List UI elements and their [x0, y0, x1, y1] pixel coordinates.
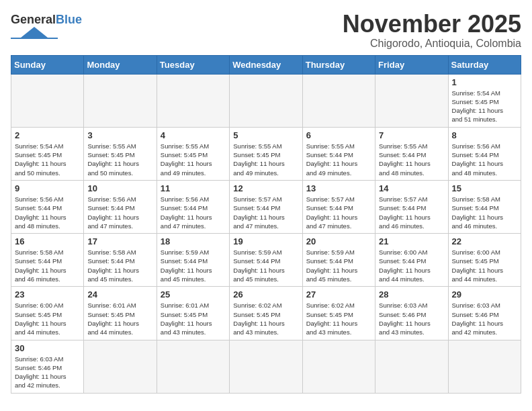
calendar-cell: 22Sunrise: 6:00 AMSunset: 5:45 PMDayligh… [448, 234, 521, 287]
day-number: 24 [87, 289, 152, 300]
day-number: 18 [161, 236, 226, 246]
day-info: Sunrise: 6:00 AMSunset: 5:45 PMDaylight:… [15, 301, 80, 336]
calendar-cell: 13Sunrise: 5:57 AMSunset: 5:44 PMDayligh… [302, 180, 375, 233]
day-number: 13 [306, 183, 371, 193]
calendar: SundayMondayTuesdayWednesdayThursdayFrid… [11, 55, 521, 394]
calendar-cell: 8Sunrise: 5:56 AMSunset: 5:44 PMDaylight… [448, 127, 521, 180]
day-number: 17 [87, 236, 152, 246]
day-number: 21 [379, 236, 444, 246]
calendar-cell: 7Sunrise: 5:55 AMSunset: 5:44 PMDaylight… [375, 127, 448, 180]
calendar-cell: 16Sunrise: 5:58 AMSunset: 5:44 PMDayligh… [11, 234, 84, 287]
calendar-cell: 29Sunrise: 6:03 AMSunset: 5:46 PMDayligh… [448, 287, 521, 340]
weekday-header-monday: Monday [84, 55, 157, 74]
day-info: Sunrise: 5:57 AMSunset: 5:44 PMDaylight:… [233, 195, 298, 230]
header: General Blue November 2025 Chigorodo, An… [11, 11, 521, 50]
weekday-header-row: SundayMondayTuesdayWednesdayThursdayFrid… [11, 55, 521, 74]
day-number: 2 [15, 130, 80, 140]
calendar-cell [375, 340, 448, 393]
day-number: 30 [15, 343, 80, 353]
day-info: Sunrise: 5:59 AMSunset: 5:44 PMDaylight:… [306, 248, 371, 283]
day-number: 3 [87, 130, 152, 140]
day-number: 19 [233, 236, 298, 246]
day-info: Sunrise: 6:03 AMSunset: 5:46 PMDaylight:… [15, 355, 80, 390]
calendar-cell: 17Sunrise: 5:58 AMSunset: 5:44 PMDayligh… [84, 234, 157, 287]
day-number: 16 [15, 236, 80, 246]
calendar-cell: 4Sunrise: 5:55 AMSunset: 5:45 PMDaylight… [157, 127, 229, 180]
calendar-cell: 11Sunrise: 5:56 AMSunset: 5:44 PMDayligh… [157, 180, 229, 233]
logo-text-general: General [11, 13, 56, 26]
calendar-week-4: 16Sunrise: 5:58 AMSunset: 5:44 PMDayligh… [11, 234, 521, 287]
calendar-week-3: 9Sunrise: 5:56 AMSunset: 5:44 PMDaylight… [11, 180, 521, 233]
day-info: Sunrise: 5:55 AMSunset: 5:44 PMDaylight:… [379, 142, 444, 177]
calendar-cell: 3Sunrise: 5:55 AMSunset: 5:45 PMDaylight… [84, 127, 157, 180]
calendar-cell: 2Sunrise: 5:54 AMSunset: 5:45 PMDaylight… [11, 127, 84, 180]
day-info: Sunrise: 5:56 AMSunset: 5:44 PMDaylight:… [87, 195, 152, 230]
day-info: Sunrise: 5:54 AMSunset: 5:45 PMDaylight:… [452, 89, 517, 124]
weekday-header-saturday: Saturday [448, 55, 521, 74]
day-info: Sunrise: 5:57 AMSunset: 5:44 PMDaylight:… [379, 195, 444, 230]
day-number: 14 [379, 183, 444, 193]
calendar-cell [448, 340, 521, 393]
weekday-header-friday: Friday [375, 55, 448, 74]
calendar-cell: 9Sunrise: 5:56 AMSunset: 5:44 PMDaylight… [11, 180, 84, 233]
day-info: Sunrise: 6:00 AMSunset: 5:45 PMDaylight:… [452, 248, 517, 283]
calendar-cell [157, 74, 229, 127]
calendar-cell [157, 340, 229, 393]
calendar-cell: 10Sunrise: 5:56 AMSunset: 5:44 PMDayligh… [84, 180, 157, 233]
calendar-cell: 30Sunrise: 6:03 AMSunset: 5:46 PMDayligh… [11, 340, 84, 393]
day-info: Sunrise: 5:54 AMSunset: 5:45 PMDaylight:… [15, 142, 80, 177]
calendar-cell: 18Sunrise: 5:59 AMSunset: 5:44 PMDayligh… [157, 234, 229, 287]
calendar-cell [302, 74, 375, 127]
day-number: 27 [306, 289, 371, 300]
location-title: Chigorodo, Antioquia, Colombia [343, 38, 521, 50]
day-info: Sunrise: 6:03 AMSunset: 5:46 PMDaylight:… [452, 301, 517, 336]
calendar-cell: 15Sunrise: 5:58 AMSunset: 5:44 PMDayligh… [448, 180, 521, 233]
day-number: 9 [15, 183, 80, 193]
day-number: 22 [452, 236, 517, 246]
calendar-cell [302, 340, 375, 393]
day-info: Sunrise: 6:02 AMSunset: 5:45 PMDaylight:… [233, 301, 298, 336]
day-number: 8 [452, 130, 517, 140]
calendar-cell: 27Sunrise: 6:02 AMSunset: 5:45 PMDayligh… [302, 287, 375, 340]
day-number: 11 [161, 183, 226, 193]
day-info: Sunrise: 5:58 AMSunset: 5:44 PMDaylight:… [87, 248, 152, 283]
day-info: Sunrise: 5:55 AMSunset: 5:45 PMDaylight:… [87, 142, 152, 177]
day-number: 4 [161, 130, 226, 140]
day-info: Sunrise: 6:03 AMSunset: 5:46 PMDaylight:… [379, 301, 444, 336]
day-number: 20 [306, 236, 371, 246]
logo-text-blue: Blue [56, 13, 82, 26]
day-info: Sunrise: 5:55 AMSunset: 5:45 PMDaylight:… [161, 142, 226, 177]
day-info: Sunrise: 5:59 AMSunset: 5:44 PMDaylight:… [161, 248, 226, 283]
calendar-cell [230, 340, 302, 393]
weekday-header-tuesday: Tuesday [157, 55, 229, 74]
day-number: 26 [233, 289, 298, 300]
day-info: Sunrise: 5:56 AMSunset: 5:44 PMDaylight:… [161, 195, 226, 230]
day-info: Sunrise: 6:02 AMSunset: 5:45 PMDaylight:… [306, 301, 371, 336]
weekday-header-sunday: Sunday [11, 55, 84, 74]
calendar-week-1: 1Sunrise: 5:54 AMSunset: 5:45 PMDaylight… [11, 74, 521, 127]
calendar-week-5: 23Sunrise: 6:00 AMSunset: 5:45 PMDayligh… [11, 287, 521, 340]
day-number: 10 [87, 183, 152, 193]
day-info: Sunrise: 6:00 AMSunset: 5:44 PMDaylight:… [379, 248, 444, 283]
calendar-week-6: 30Sunrise: 6:03 AMSunset: 5:46 PMDayligh… [11, 340, 521, 393]
calendar-cell: 25Sunrise: 6:01 AMSunset: 5:45 PMDayligh… [157, 287, 229, 340]
day-number: 25 [161, 289, 226, 300]
weekday-header-wednesday: Wednesday [230, 55, 302, 74]
day-number: 7 [379, 130, 444, 140]
svg-rect-1 [11, 38, 58, 39]
day-number: 6 [306, 130, 371, 140]
calendar-cell [84, 74, 157, 127]
day-info: Sunrise: 6:01 AMSunset: 5:45 PMDaylight:… [161, 301, 226, 336]
calendar-cell: 20Sunrise: 5:59 AMSunset: 5:44 PMDayligh… [302, 234, 375, 287]
calendar-cell [84, 340, 157, 393]
day-info: Sunrise: 6:01 AMSunset: 5:45 PMDaylight:… [87, 301, 152, 336]
day-number: 1 [452, 77, 517, 87]
logo: General Blue [11, 11, 82, 39]
calendar-cell [11, 74, 84, 127]
calendar-cell: 19Sunrise: 5:59 AMSunset: 5:44 PMDayligh… [230, 234, 302, 287]
day-number: 29 [452, 289, 517, 300]
title-area: November 2025 Chigorodo, Antioquia, Colo… [343, 11, 521, 50]
calendar-cell: 26Sunrise: 6:02 AMSunset: 5:45 PMDayligh… [230, 287, 302, 340]
day-info: Sunrise: 5:59 AMSunset: 5:44 PMDaylight:… [233, 248, 298, 283]
calendar-cell: 1Sunrise: 5:54 AMSunset: 5:45 PMDaylight… [448, 74, 521, 127]
